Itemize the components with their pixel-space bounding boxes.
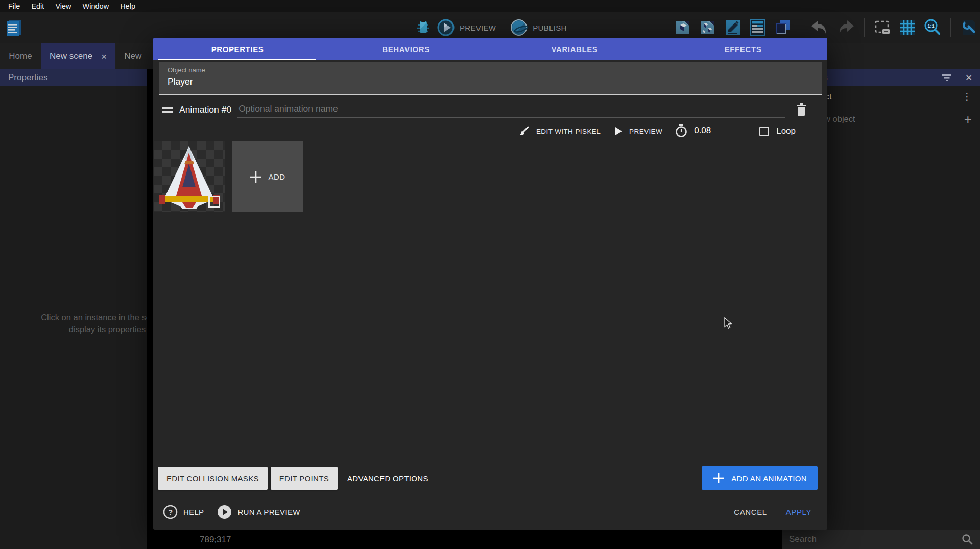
deselect-button[interactable]	[873, 18, 892, 37]
object-name-input[interactable]	[168, 77, 813, 87]
add-an-animation-button[interactable]: ADD AN ANIMATION	[702, 466, 818, 490]
preview-label[interactable]: PREVIEW	[460, 23, 496, 32]
dialog-footer: ? HELP RUN A PREVIEW CANCEL APPLY	[153, 499, 827, 525]
loop-checkbox[interactable]	[759, 127, 769, 136]
sprite-frame-thumbnail[interactable]	[154, 141, 225, 212]
grid-icon	[898, 18, 917, 37]
objects-search-bar	[782, 530, 980, 549]
animation-title: Animation #0	[179, 105, 231, 115]
properties-panel-title: Properties	[8, 72, 47, 83]
filter-icon[interactable]	[941, 73, 952, 82]
add-frame-button[interactable]: ADD	[232, 141, 303, 212]
properties-panel: Properties Click on an instance in the s…	[0, 69, 147, 549]
deselect-icon	[873, 18, 892, 37]
tab-properties[interactable]: PROPERTIES	[153, 38, 322, 60]
close-icon[interactable]: ×	[101, 52, 107, 61]
preview-button[interactable]	[437, 18, 455, 37]
close-icon[interactable]: ×	[966, 72, 973, 83]
plus-icon[interactable]: +	[964, 113, 972, 126]
tab-home-label: Home	[9, 51, 32, 61]
edit-with-piskel-button[interactable]: EDIT WITH PISKEL	[536, 128, 601, 135]
object-editor-dialog: PROPERTIES BEHAVIORS VARIABLES EFFECTS O…	[153, 38, 827, 530]
project-manager-button[interactable]	[4, 18, 23, 37]
loop-label: Loop	[776, 126, 796, 136]
tab-partial-label: New	[124, 51, 141, 61]
layers-button[interactable]	[774, 18, 792, 37]
search-icon[interactable]	[961, 533, 973, 545]
instances-button[interactable]	[699, 18, 717, 37]
toolbar-separator	[950, 18, 951, 37]
dialog-actions-row: EDIT COLLISION MASKS EDIT POINTS ADVANCE…	[153, 466, 827, 490]
edit-scene-button[interactable]	[724, 18, 742, 37]
frame-select-checkbox[interactable]	[208, 196, 220, 208]
add-frame-label: ADD	[268, 172, 285, 181]
animations-list: Animation #0 EDIT WITH	[153, 98, 827, 466]
object-name-label: Object name	[168, 66, 813, 74]
instances-icon	[699, 18, 717, 37]
redo-button[interactable]	[836, 19, 855, 36]
tab-partial[interactable]: New	[115, 43, 141, 69]
events-sheet-icon	[749, 18, 767, 37]
svg-text:1:1: 1:1	[927, 23, 934, 29]
search-input[interactable]	[789, 534, 961, 544]
preview-animation-button[interactable]: PREVIEW	[629, 128, 662, 135]
drag-handle-icon[interactable]	[162, 107, 173, 113]
tab-variables[interactable]: VARIABLES	[490, 38, 659, 60]
objects-panel-button[interactable]	[674, 18, 692, 37]
menu-window[interactable]: Window	[77, 2, 115, 10]
plus-icon	[712, 472, 725, 484]
menu-view[interactable]: View	[50, 2, 77, 10]
trash-icon	[795, 102, 808, 117]
objects-list-icon	[674, 18, 692, 37]
tab-home[interactable]: Home	[0, 43, 41, 69]
frames-row: ADD	[153, 141, 827, 212]
dialog-tabs: PROPERTIES BEHAVIORS VARIABLES EFFECTS	[153, 38, 827, 60]
run-preview-icon	[217, 505, 232, 519]
project-manager-icon	[4, 18, 23, 37]
brush-icon	[518, 125, 530, 137]
layers-icon	[774, 18, 792, 37]
tab-new-scene-label: New scene	[50, 51, 92, 61]
delete-animation-button[interactable]	[795, 102, 808, 117]
kebab-menu-icon[interactable]: ⋮	[962, 91, 972, 103]
debugger-button[interactable]	[415, 19, 432, 36]
edit-scene-icon	[724, 18, 742, 37]
apply-button[interactable]: APPLY	[786, 508, 811, 516]
zoom-1-1-icon: 1:1	[923, 18, 942, 37]
time-between-frames-input[interactable]	[693, 124, 744, 138]
animation-header-row: Animation #0	[153, 98, 827, 121]
app-window: File Edit View Window Help	[0, 0, 980, 549]
publish-label[interactable]: PUBLISH	[533, 23, 566, 32]
debug-icon	[415, 19, 432, 36]
zoom-original-button[interactable]: 1:1	[923, 18, 942, 37]
animation-controls-row: EDIT WITH PISKEL PREVIEW Loop	[153, 121, 827, 141]
cancel-button[interactable]: CANCEL	[734, 508, 767, 516]
properties-panel-header: Properties	[0, 69, 147, 86]
publish-globe-icon	[510, 18, 528, 37]
play-icon	[614, 126, 623, 136]
edit-collision-masks-button[interactable]: EDIT COLLISION MASKS	[158, 467, 268, 490]
publish-button[interactable]	[510, 18, 528, 37]
wrench-icon	[960, 18, 978, 37]
tab-behaviors[interactable]: BEHAVIORS	[322, 38, 490, 60]
menu-edit[interactable]: Edit	[26, 2, 50, 10]
redo-icon	[836, 19, 855, 36]
events-sheet-button[interactable]	[749, 18, 767, 37]
grid-button[interactable]	[898, 18, 917, 37]
tab-effects[interactable]: EFFECTS	[659, 38, 827, 60]
menu-file[interactable]: File	[3, 2, 26, 10]
edit-points-button[interactable]: EDIT POINTS	[271, 467, 338, 490]
scene-settings-button[interactable]	[960, 18, 978, 37]
help-button[interactable]: ? HELP	[163, 505, 204, 519]
plus-icon	[249, 170, 262, 184]
animation-name-input[interactable]	[237, 102, 785, 118]
menu-help[interactable]: Help	[114, 2, 141, 10]
run-a-preview-button[interactable]: RUN A PREVIEW	[217, 505, 300, 519]
advanced-options-button[interactable]: ADVANCED OPTIONS	[341, 474, 435, 483]
undo-button[interactable]	[810, 19, 829, 36]
tab-new-scene[interactable]: New scene ×	[41, 43, 115, 69]
preview-play-icon	[437, 18, 455, 37]
menu-bar: File Edit View Window Help	[0, 0, 980, 12]
cursor-coordinates: 789;317	[200, 535, 231, 545]
svg-text:?: ?	[168, 508, 173, 516]
